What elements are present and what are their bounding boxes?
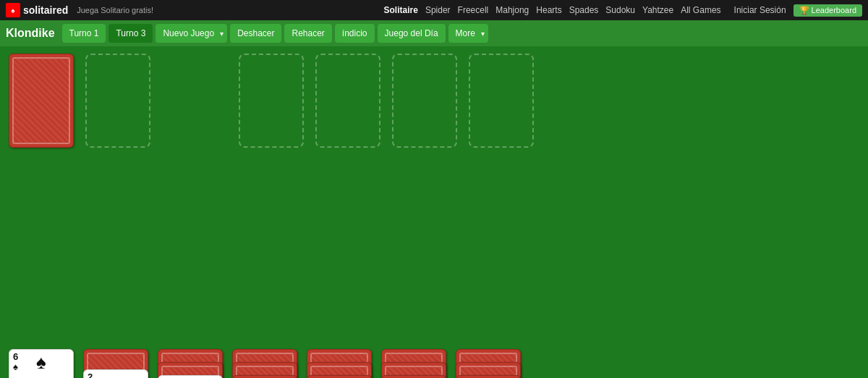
nav-links: Solitaire Spider Freecell Mahjong Hearts… [384, 4, 862, 17]
tableau-col-2: 2♠ ♠ 2♠ 7 [83, 349, 152, 378]
indicio-button[interactable]: índicio [335, 24, 375, 43]
tableau: 6♠ ♠♠ ♠♠ ♠♠ 6♠ 2♠ ♠ 2♠ 7 3♦ ♦♦♦ [9, 349, 859, 378]
card-back-col4-3 [232, 375, 297, 378]
signin-button[interactable]: Iniciar Sesión [734, 5, 786, 15]
turno3-button[interactable]: Turno 3 [109, 24, 153, 43]
card-top-left: 2♠ [88, 372, 93, 378]
top-navigation: ♠ solitaired Juega Solitario gratis! Sol… [0, 0, 868, 20]
stock-card[interactable] [9, 54, 74, 148]
top-row [9, 54, 859, 343]
nav-spider[interactable]: Spider [425, 5, 451, 15]
deshacer-button[interactable]: Deshacer [230, 24, 281, 43]
foundation-slot-3 [392, 54, 457, 148]
nav-solitaire[interactable]: Solitaire [384, 5, 418, 15]
logo-icon: ♠ [6, 3, 20, 17]
nav-all-games[interactable]: All Games [681, 5, 720, 15]
nuevo-juego-button[interactable]: Nuevo Juego [156, 24, 227, 43]
card-back-col6-3 [381, 375, 446, 378]
leaderboard-label: Leaderboard [812, 6, 856, 14]
card-center: ♠♠ ♠♠ ♠♠ [29, 351, 54, 378]
rehacer-button[interactable]: Rehacer [284, 24, 331, 43]
tagline: Juega Solitario gratis! [77, 6, 153, 14]
nav-mahjong[interactable]: Mahjong [495, 5, 529, 15]
waste-pile [85, 54, 156, 343]
nav-hearts[interactable]: Hearts [536, 5, 561, 15]
tableau-col-5: 2♦ ♦♦ 2♦ 7 [307, 349, 375, 378]
tableau-col-1: 6♠ ♠♠ ♠♠ ♠♠ 6♠ [9, 349, 77, 378]
foundation-3 [392, 54, 463, 343]
tableau-col-3: 3♦ ♦♦♦ 3♦ 8 [158, 349, 226, 378]
nav-sudoku[interactable]: Sudoku [605, 5, 635, 15]
more-button[interactable]: More [448, 24, 488, 43]
logo-area[interactable]: ♠ solitaired [6, 3, 68, 17]
foundation-1 [239, 54, 310, 343]
tableau-col-4: J♠ 🃏 J♠ [232, 349, 301, 378]
trophy-icon: 🏆 [799, 6, 809, 15]
spacer [162, 54, 233, 343]
foundation-4 [469, 54, 540, 343]
card-6s[interactable]: 6♠ ♠♠ ♠♠ ♠♠ 6♠ [9, 349, 74, 378]
tableau-col-6: 7♦ ♦ ♦♦ ♦♦♦ ♦ 7♦ 2 [381, 349, 450, 378]
nav-yahtzee[interactable]: Yahtzee [642, 5, 673, 15]
nav-spades[interactable]: Spades [569, 5, 599, 15]
foundation-2 [315, 54, 386, 343]
juego-del-dia-button[interactable]: Juego del Día [378, 24, 446, 43]
card-2s[interactable]: 2♠ ♠ 2♠ 7 [83, 369, 148, 378]
waste-slot [85, 54, 150, 148]
game-toolbar: Klondike Turno 1 Turno 3 Nuevo Juego Des… [0, 20, 868, 46]
game-area: 6♠ ♠♠ ♠♠ ♠♠ 6♠ 2♠ ♠ 2♠ 7 3♦ ♦♦♦ [0, 46, 868, 378]
card-back-col5-3 [307, 375, 372, 378]
turno1-button[interactable]: Turno 1 [62, 24, 106, 43]
card-3d[interactable]: 3♦ ♦♦♦ 3♦ 8 [158, 375, 223, 378]
foundation-slot-4 [469, 54, 534, 148]
game-title: Klondike [6, 27, 55, 40]
card-top-left: 6♠ [13, 352, 18, 373]
foundation-slot-1 [239, 54, 304, 148]
stock-pile[interactable] [9, 54, 80, 343]
card-back-col7-3 [456, 375, 521, 378]
nav-freecell[interactable]: Freecell [458, 5, 489, 15]
tableau-col-7: 10♠ ♠ ♠♠ ♠♠ ♠♠ ♠♠ ♠ 10♠ [456, 349, 524, 378]
foundation-slot-2 [315, 54, 380, 148]
leaderboard-button[interactable]: 🏆 Leaderboard [793, 4, 862, 17]
logo-text: solitaired [23, 4, 68, 16]
